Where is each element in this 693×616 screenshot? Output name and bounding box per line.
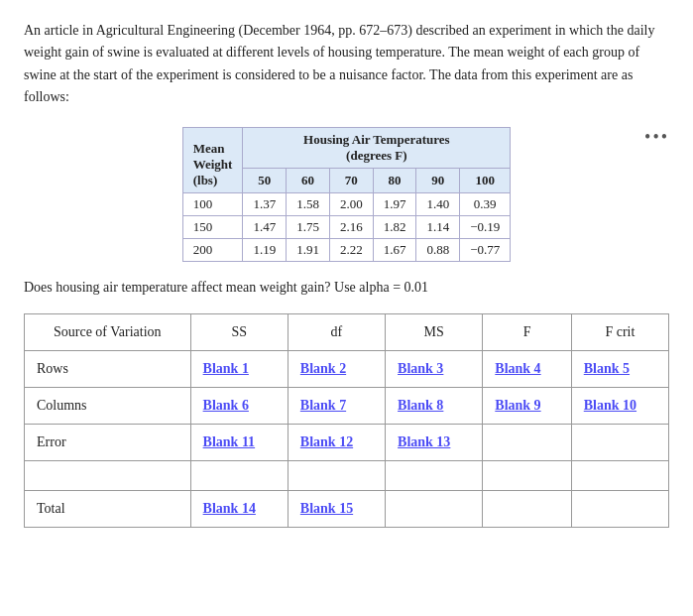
row-label: 100 xyxy=(182,192,243,215)
data-cell: 0.39 xyxy=(460,192,511,215)
anova-cell xyxy=(571,490,668,527)
question-paragraph: Does housing air temperature affect mean… xyxy=(24,280,669,296)
blank-link[interactable]: Blank 1 xyxy=(203,361,249,376)
blank-link[interactable]: Blank 14 xyxy=(203,501,256,516)
anova-cell[interactable]: Blank 4 xyxy=(483,350,571,387)
anova-cell[interactable]: Blank 14 xyxy=(190,490,288,527)
anova-cell[interactable]: Blank 15 xyxy=(288,490,385,527)
anova-row-label: Rows xyxy=(25,350,191,387)
anova-cell[interactable]: Blank 8 xyxy=(386,387,483,424)
blank-link[interactable]: Blank 2 xyxy=(300,361,346,376)
data-cell: 1.14 xyxy=(416,215,460,238)
col-header-sub: (degrees F) xyxy=(346,148,406,163)
data-cell: 1.75 xyxy=(287,215,330,238)
more-options-button[interactable]: ••• xyxy=(644,127,669,148)
data-table: Mean Weight (lbs) Housing Air Temperatur… xyxy=(182,127,512,262)
mean-weight-label-line2: Weight xyxy=(193,157,233,172)
anova-table: Source of VariationSSdfMSFF crit RowsBla… xyxy=(24,313,669,528)
data-cell: 1.19 xyxy=(243,238,287,261)
col-label: 100 xyxy=(460,168,511,192)
anova-cell[interactable]: Blank 2 xyxy=(288,350,385,387)
data-cell: 2.00 xyxy=(329,192,373,215)
data-cell: −0.19 xyxy=(460,215,511,238)
data-table-row: 1001.371.582.001.971.400.39 xyxy=(182,192,511,215)
anova-cell xyxy=(483,490,571,527)
blank-link[interactable]: Blank 9 xyxy=(495,398,540,413)
anova-header: SS xyxy=(190,313,288,350)
anova-header: F xyxy=(483,313,571,350)
col-label: 90 xyxy=(416,168,460,192)
mean-weight-label-line1: Mean xyxy=(193,141,225,156)
anova-header: df xyxy=(288,313,385,350)
data-table-row: 2001.191.912.221.670.88−0.77 xyxy=(182,238,511,261)
anova-row xyxy=(25,460,669,490)
anova-row: RowsBlank 1Blank 2Blank 3Blank 4Blank 5 xyxy=(25,350,669,387)
data-table-row: 1501.471.752.161.821.14−0.19 xyxy=(182,215,511,238)
anova-cell xyxy=(386,460,483,490)
anova-row-label xyxy=(25,460,191,490)
row-label: 200 xyxy=(182,238,243,261)
col-label: 60 xyxy=(287,168,330,192)
row-label: 150 xyxy=(182,215,243,238)
anova-cell xyxy=(288,460,385,490)
blank-link[interactable]: Blank 3 xyxy=(398,361,443,376)
blank-link[interactable]: Blank 11 xyxy=(203,434,256,449)
anova-cell xyxy=(483,460,571,490)
anova-cell[interactable]: Blank 11 xyxy=(190,424,288,460)
data-cell: 0.88 xyxy=(416,238,460,261)
data-cell: 1.91 xyxy=(287,238,330,261)
data-cell: 1.82 xyxy=(373,215,416,238)
data-cell: 1.58 xyxy=(287,192,330,215)
data-cell: 1.67 xyxy=(373,238,416,261)
anova-cell[interactable]: Blank 7 xyxy=(288,387,385,424)
anova-cell[interactable]: Blank 1 xyxy=(190,350,288,387)
anova-header: Source of Variation xyxy=(25,313,191,350)
anova-row-label: Columns xyxy=(25,387,191,424)
anova-row: ColumnsBlank 6Blank 7Blank 8Blank 9Blank… xyxy=(25,387,669,424)
blank-link[interactable]: Blank 4 xyxy=(495,361,540,376)
mean-weight-label-line3: (lbs) xyxy=(193,173,218,187)
data-cell: 2.22 xyxy=(329,238,373,261)
data-cell: 1.47 xyxy=(243,215,287,238)
col-label: 80 xyxy=(373,168,416,192)
anova-cell xyxy=(483,424,571,460)
col-label: 70 xyxy=(329,168,373,192)
blank-link[interactable]: Blank 7 xyxy=(300,398,346,413)
col-label: 50 xyxy=(243,168,287,192)
blank-link[interactable]: Blank 12 xyxy=(300,434,353,449)
blank-link[interactable]: Blank 10 xyxy=(584,398,636,413)
anova-header: F crit xyxy=(571,313,668,350)
anova-row-label: Error xyxy=(25,424,191,460)
data-cell: 1.97 xyxy=(373,192,416,215)
data-table-wrapper: Mean Weight (lbs) Housing Air Temperatur… xyxy=(24,127,669,262)
anova-row: ErrorBlank 11Blank 12Blank 13 xyxy=(25,424,669,460)
anova-cell xyxy=(190,460,288,490)
anova-cell[interactable]: Blank 10 xyxy=(571,387,668,424)
anova-cell xyxy=(571,424,668,460)
intro-paragraph: An article in Agricultural Engineering (… xyxy=(24,20,669,109)
anova-row-label: Total xyxy=(25,490,191,527)
anova-header: MS xyxy=(386,313,483,350)
anova-cell[interactable]: Blank 12 xyxy=(288,424,385,460)
anova-row: TotalBlank 14Blank 15 xyxy=(25,490,669,527)
anova-cell[interactable]: Blank 9 xyxy=(483,387,571,424)
anova-cell[interactable]: Blank 5 xyxy=(571,350,668,387)
blank-link[interactable]: Blank 5 xyxy=(584,361,630,376)
anova-cell[interactable]: Blank 3 xyxy=(386,350,483,387)
blank-link[interactable]: Blank 8 xyxy=(398,398,443,413)
anova-cell xyxy=(571,460,668,490)
data-cell: 2.16 xyxy=(329,215,373,238)
data-cell: −0.77 xyxy=(460,238,511,261)
data-cell: 1.40 xyxy=(416,192,460,215)
blank-link[interactable]: Blank 6 xyxy=(203,398,249,413)
col-header-main: Housing Air Temperatures xyxy=(303,132,450,147)
anova-cell[interactable]: Blank 6 xyxy=(190,387,288,424)
blank-link[interactable]: Blank 13 xyxy=(398,434,450,449)
anova-cell xyxy=(386,490,483,527)
blank-link[interactable]: Blank 15 xyxy=(300,501,353,516)
anova-cell[interactable]: Blank 13 xyxy=(386,424,483,460)
data-cell: 1.37 xyxy=(243,192,287,215)
